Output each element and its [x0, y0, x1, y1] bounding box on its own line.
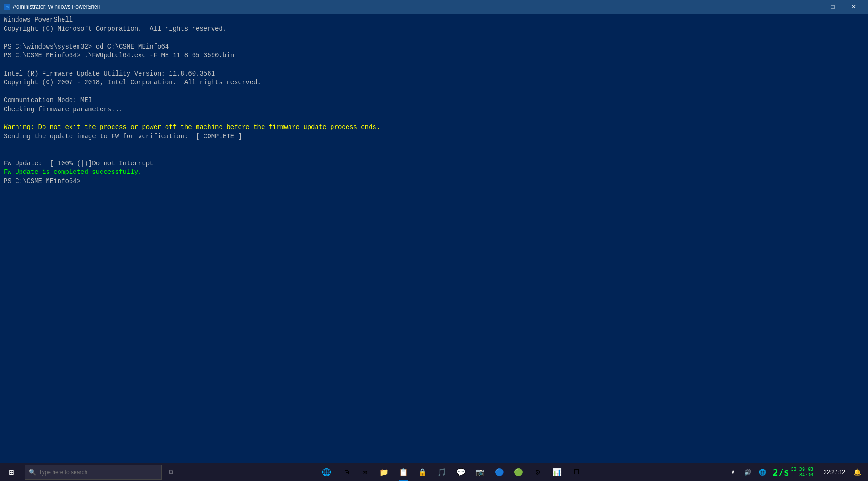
- app-icon-app14: 🖥: [571, 467, 581, 477]
- start-button[interactable]: ⊞: [0, 463, 23, 481]
- terminal-area[interactable]: Windows PowerShell Copyright (C) Microso…: [0, 14, 868, 463]
- speed-widget[interactable]: 2/s 53.39 GB 84:30: [771, 467, 815, 478]
- app-icon-app13: 📊: [552, 467, 562, 477]
- taskbar-apps: 🌐 🛍 ✉ 📁 📋 🔒 🎵 💬 📷: [316, 463, 587, 481]
- speed-stat2: 84:30: [799, 472, 813, 478]
- maximize-button[interactable]: □: [822, 0, 843, 14]
- app-icon-powershell: 📋: [398, 467, 408, 477]
- app-icon-app9: 📷: [475, 467, 485, 477]
- taskbar-app-explorer[interactable]: 📁: [375, 463, 393, 481]
- search-icon: 🔍: [29, 469, 36, 476]
- taskbar-app-app8[interactable]: 💬: [452, 463, 470, 481]
- taskbar-app-app11[interactable]: 🟢: [509, 463, 528, 481]
- taskbar-app-powershell[interactable]: 📋: [394, 463, 413, 481]
- taskbar-app-mail[interactable]: ✉: [356, 463, 374, 481]
- notification-button[interactable]: 🔔: [851, 463, 864, 481]
- minimize-button[interactable]: ─: [801, 0, 822, 14]
- taskbar: ⊞ 🔍 ⧉ 🌐 🛍 ✉ 📁 📋 🔒 🎵: [0, 463, 868, 481]
- clock-time: 22:27:12: [824, 469, 845, 476]
- title-bar: PS Administrator: Windows PowerShell ─ □…: [0, 0, 868, 14]
- taskbar-app-app10[interactable]: 🔵: [490, 463, 509, 481]
- search-bar[interactable]: 🔍: [25, 465, 162, 480]
- app-icon-app10: 🔵: [494, 467, 504, 477]
- speed-stats: 53.39 GB 84:30: [791, 467, 813, 478]
- app-icon-app8: 💬: [456, 467, 466, 477]
- taskbar-app-app6[interactable]: 🔒: [413, 463, 432, 481]
- clock-area[interactable]: 22:27:12: [817, 468, 849, 476]
- active-indicator: [399, 480, 408, 481]
- app-icon-edge: 🌐: [321, 467, 332, 477]
- tray-network[interactable]: 🌐: [755, 463, 769, 481]
- ps-icon: PS: [4, 4, 10, 10]
- app-icon-explorer: 📁: [379, 467, 389, 477]
- taskbar-app-app13[interactable]: 📊: [548, 463, 566, 481]
- taskbar-app-app12[interactable]: ⚙: [529, 463, 547, 481]
- tray-items: ∧ 🔊 🌐: [726, 463, 769, 481]
- app-icon-app6: 🔒: [418, 467, 428, 477]
- app-icon-mail: ✉: [360, 467, 370, 477]
- task-view-button[interactable]: ⧉: [162, 463, 180, 481]
- app-icon-app12: ⚙: [533, 467, 543, 477]
- title-bar-left: PS Administrator: Windows PowerShell: [4, 4, 100, 10]
- title-bar-controls: ─ □ ✕: [801, 0, 864, 14]
- speed-label: 2/s: [773, 467, 789, 478]
- tray-chevron[interactable]: ∧: [726, 463, 740, 481]
- terminal-output: Windows PowerShell Copyright (C) Microso…: [4, 16, 864, 186]
- taskbar-app-app14[interactable]: 🖥: [567, 463, 585, 481]
- app-icon-store: 🛍: [341, 467, 351, 477]
- search-input[interactable]: [39, 469, 158, 476]
- speed-stat1: 53.39 GB: [791, 467, 813, 472]
- close-button[interactable]: ✕: [843, 0, 864, 14]
- title-bar-title: Administrator: Windows PowerShell: [13, 4, 100, 10]
- taskbar-app-edge[interactable]: 🌐: [317, 463, 336, 481]
- taskbar-right: ∧ 🔊 🌐 2/s 53.39 GB 84:30 22:27:12 🔔: [723, 463, 868, 481]
- taskbar-app-app7[interactable]: 🎵: [433, 463, 451, 481]
- taskbar-app-app9[interactable]: 📷: [471, 463, 489, 481]
- taskbar-left: ⊞ 🔍 ⧉: [0, 463, 180, 481]
- tray-volume[interactable]: 🔊: [741, 463, 755, 481]
- taskbar-app-store[interactable]: 🛍: [337, 463, 355, 481]
- app-icon-app7: 🎵: [437, 467, 447, 477]
- app-icon-app11: 🟢: [514, 467, 524, 477]
